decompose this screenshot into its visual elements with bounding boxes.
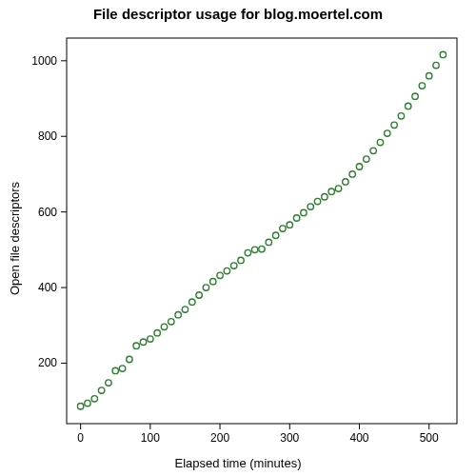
data-point bbox=[398, 113, 404, 119]
data-point bbox=[119, 366, 125, 371]
x-tick-label: 200 bbox=[210, 431, 229, 445]
x-tick-label: 0 bbox=[77, 431, 84, 445]
data-point bbox=[259, 246, 265, 251]
data-point bbox=[169, 319, 174, 325]
data-point bbox=[245, 249, 250, 255]
data-point bbox=[287, 222, 292, 228]
data-point bbox=[85, 400, 90, 406]
data-point bbox=[98, 387, 104, 393]
data-point bbox=[314, 198, 320, 204]
data-point bbox=[370, 148, 376, 153]
data-point bbox=[175, 311, 181, 317]
x-tick-label: 300 bbox=[280, 431, 299, 445]
y-tick-label: 600 bbox=[38, 206, 57, 219]
data-point bbox=[419, 83, 425, 89]
data-point bbox=[406, 103, 411, 109]
data-point bbox=[224, 268, 229, 273]
data-point bbox=[231, 263, 237, 268]
data-point bbox=[196, 292, 202, 298]
data-point bbox=[127, 356, 132, 362]
y-tick-label: 200 bbox=[38, 356, 57, 369]
data-point bbox=[440, 51, 446, 57]
data-point bbox=[307, 204, 313, 209]
x-tick-label: 100 bbox=[141, 431, 160, 445]
data-point bbox=[161, 324, 167, 329]
data-point bbox=[154, 330, 160, 336]
data-point bbox=[356, 164, 362, 169]
data-point bbox=[364, 156, 369, 162]
chart-svg: 01002003004005002004006008001000 bbox=[0, 0, 476, 476]
data-point bbox=[433, 62, 439, 68]
plot-frame bbox=[67, 38, 457, 424]
x-tick-label: 400 bbox=[349, 431, 368, 445]
data-point bbox=[280, 226, 286, 231]
data-point bbox=[238, 257, 244, 263]
data-point bbox=[148, 336, 153, 342]
data-point bbox=[140, 339, 146, 345]
data-point bbox=[377, 139, 383, 145]
data-point bbox=[343, 179, 348, 185]
data-point bbox=[322, 194, 327, 200]
x-tick-label: 500 bbox=[420, 431, 439, 445]
y-tick-label: 800 bbox=[38, 129, 57, 143]
data-point bbox=[293, 215, 299, 221]
data-point bbox=[182, 307, 188, 312]
data-point bbox=[210, 279, 216, 285]
data-point bbox=[391, 122, 397, 128]
data-point bbox=[272, 232, 278, 238]
data-point bbox=[426, 73, 432, 79]
data-point bbox=[301, 209, 307, 215]
data-point bbox=[251, 247, 257, 252]
data-point bbox=[133, 343, 139, 348]
y-tick-label: 400 bbox=[38, 281, 57, 294]
data-point bbox=[77, 404, 83, 409]
chart-root: File descriptor usage for blog.moertel.c… bbox=[0, 0, 476, 476]
data-point bbox=[91, 396, 97, 402]
data-point bbox=[335, 186, 341, 191]
data-point bbox=[217, 272, 223, 278]
data-point bbox=[266, 239, 271, 245]
data-point bbox=[349, 171, 355, 177]
data-point bbox=[385, 130, 390, 136]
data-point bbox=[203, 285, 208, 290]
y-tick-label: 1000 bbox=[31, 54, 57, 68]
data-point bbox=[412, 93, 418, 99]
data-point bbox=[112, 367, 118, 373]
data-point bbox=[328, 188, 334, 194]
data-point bbox=[106, 380, 111, 386]
data-point bbox=[189, 299, 195, 305]
